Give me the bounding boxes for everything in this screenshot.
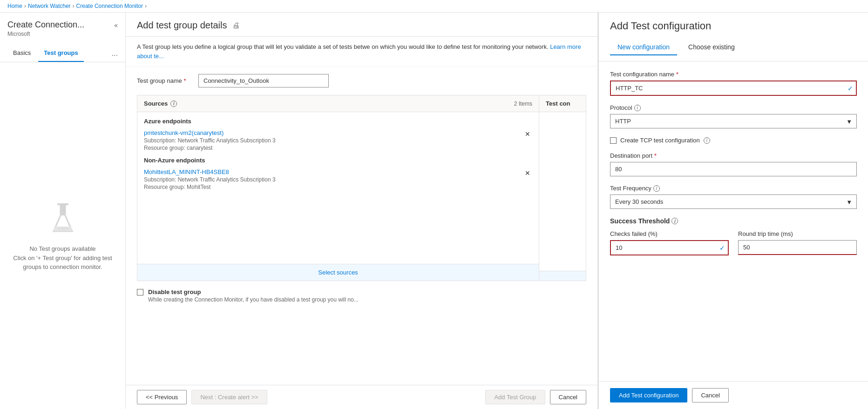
- nav-basics[interactable]: Basics: [7, 45, 36, 62]
- checks-failed-input[interactable]: [610, 240, 729, 255]
- success-threshold-title: Success Threshold i: [610, 217, 857, 225]
- previous-button[interactable]: << Previous: [137, 390, 187, 404]
- checks-failed-wrapper: ✓: [610, 240, 729, 255]
- round-trip-label: Round trip time (ms): [738, 230, 857, 237]
- sidebar: Create Connection... « Microsoft Basics …: [0, 13, 126, 409]
- sources-count: 2 Items: [514, 101, 532, 107]
- cancel-button[interactable]: Cancel: [550, 390, 586, 404]
- tab-choose-existing[interactable]: Choose existing: [681, 40, 742, 55]
- sidebar-nav: Basics Test groups ...: [0, 45, 125, 62]
- test-frequency-label: Test Frequency i: [610, 185, 857, 192]
- center-description: A Test group lets you define a logical g…: [126, 37, 597, 67]
- checks-failed-col: Checks failed (%) ✓: [610, 230, 729, 255]
- protocol-select-wrapper: HTTP TCP ICMP ▼: [610, 114, 857, 128]
- sidebar-content: No Test groups availableClick on '+ Test…: [0, 62, 125, 409]
- right-header: Add Test configuration New configuration…: [599, 13, 868, 61]
- destination-port-input[interactable]: [610, 162, 857, 176]
- test-frequency-select[interactable]: Every 30 seconds Every 1 minute Every 5 …: [610, 194, 857, 209]
- tcp-checkbox-label: Create TCP test configuration: [620, 137, 700, 144]
- tabs-row: New configuration Choose existing: [610, 40, 857, 55]
- center-panel: Add test group details 🖨 A Test group le…: [126, 13, 598, 409]
- destinations-title: Test con: [546, 100, 570, 107]
- destination-port-group: Destination port *: [610, 152, 857, 176]
- non-azure-endpoint-sub1: Subscription: Network Traffic Analytics …: [144, 176, 276, 183]
- right-body: Test configuration name * ✓ Protocol i H…: [599, 61, 868, 381]
- destinations-header: Test con: [539, 95, 586, 112]
- test-frequency-group: Test Frequency i Every 30 seconds Every …: [610, 185, 857, 209]
- config-name-input[interactable]: [610, 80, 857, 96]
- right-panel: Add Test configuration New configuration…: [598, 13, 868, 409]
- disable-checkbox[interactable]: [137, 289, 143, 295]
- sources-body: Azure endpoints pmtestchunk-vm2(canaryte…: [137, 112, 539, 264]
- round-trip-input[interactable]: [738, 240, 857, 255]
- test-group-name-label: Test group name *: [137, 77, 193, 84]
- azure-endpoint-item: pmtestchunk-vm2(canarytest) Subscription…: [144, 129, 532, 151]
- tab-new-configuration[interactable]: New configuration: [610, 40, 677, 55]
- config-name-group: Test configuration name * ✓: [610, 71, 857, 96]
- collapse-button[interactable]: «: [114, 21, 118, 29]
- azure-endpoint-sub2: Resource group: canarytest: [144, 145, 276, 151]
- right-footer: Add Test configuration Cancel: [599, 381, 868, 409]
- center-title: Add test group details: [137, 20, 227, 31]
- svg-point-2: [57, 227, 68, 230]
- non-azure-endpoint-remove[interactable]: ✕: [523, 168, 532, 178]
- beaker-icon: [44, 200, 81, 237]
- sources-footer: Select sources: [137, 264, 539, 281]
- config-name-label: Test configuration name *: [610, 71, 857, 78]
- checks-failed-label: Checks failed (%): [610, 230, 729, 237]
- test-group-name-input[interactable]: [198, 74, 329, 87]
- breadcrumb-create-connection-monitor[interactable]: Create Connection Monitor: [76, 3, 143, 9]
- protocol-info-icon: i: [634, 105, 641, 111]
- round-trip-col: Round trip time (ms): [738, 230, 857, 255]
- right-cancel-button[interactable]: Cancel: [692, 388, 728, 402]
- disable-subtext: While creating the Connection Monitor, i…: [148, 296, 359, 303]
- disable-label: Disable test group: [148, 288, 359, 295]
- destinations-footer: [539, 271, 586, 281]
- tcp-checkbox-row: Create TCP test configuration i: [610, 137, 857, 144]
- destination-port-label: Destination port *: [610, 152, 857, 159]
- print-icon[interactable]: 🖨: [232, 21, 240, 30]
- azure-endpoints-title: Azure endpoints: [144, 118, 532, 125]
- tcp-checkbox[interactable]: [610, 137, 617, 144]
- breadcrumb-network-watcher[interactable]: Network Watcher: [28, 3, 71, 9]
- protocol-label: Protocol i: [610, 104, 857, 111]
- endpoints-grid: Sources i 2 Items Azure endpoints pmtest…: [137, 95, 586, 281]
- add-test-config-button[interactable]: Add Test configuration: [610, 388, 687, 402]
- nav-test-groups[interactable]: Test groups: [38, 45, 83, 62]
- protocol-select[interactable]: HTTP TCP ICMP: [610, 114, 857, 128]
- sources-title: Sources: [144, 100, 168, 107]
- test-frequency-info-icon: i: [653, 185, 660, 192]
- protocol-group: Protocol i HTTP TCP ICMP ▼: [610, 104, 857, 128]
- breadcrumb-home[interactable]: Home: [7, 3, 22, 9]
- config-name-checkmark-icon: ✓: [848, 85, 853, 92]
- azure-endpoint-link[interactable]: pmtestchunk-vm2(canarytest): [144, 129, 224, 136]
- test-group-name-row: Test group name *: [137, 74, 586, 87]
- azure-endpoint-remove[interactable]: ✕: [523, 129, 532, 139]
- sidebar-title: Create Connection...: [7, 20, 84, 30]
- select-sources-button[interactable]: Select sources: [318, 269, 358, 276]
- center-body: Test group name * Sources i 2 Items: [126, 67, 597, 385]
- sources-header: Sources i 2 Items: [137, 95, 539, 112]
- test-frequency-select-wrapper: Every 30 seconds Every 1 minute Every 5 …: [610, 194, 857, 209]
- add-test-group-button: Add Test Group: [485, 390, 545, 404]
- breadcrumb: Home › Network Watcher › Create Connecti…: [0, 0, 868, 13]
- non-azure-endpoint-link[interactable]: MohittestLA_MININT-HB4SBE8: [144, 168, 229, 175]
- bottom-bar: << Previous Next : Create alert >> Add T…: [126, 385, 597, 409]
- next-button: Next : Create alert >>: [191, 390, 267, 404]
- tcp-info-icon: i: [704, 137, 710, 144]
- center-header: Add test group details 🖨: [126, 13, 597, 37]
- sidebar-subtitle: Microsoft: [7, 31, 118, 37]
- right-title: Add Test configuration: [610, 20, 857, 32]
- success-threshold-group: Success Threshold i Checks failed (%) ✓ …: [610, 217, 857, 255]
- azure-endpoint-sub1: Subscription: Network Traffic Analytics …: [144, 137, 276, 144]
- nav-more-dots[interactable]: ...: [112, 49, 118, 58]
- destinations-panel: Test con: [539, 95, 586, 281]
- non-azure-endpoints-title: Non-Azure endpoints: [144, 157, 532, 164]
- threshold-row: Checks failed (%) ✓ Round trip time (ms): [610, 230, 857, 255]
- disable-section: Disable test group While creating the Co…: [137, 288, 586, 303]
- config-name-input-wrapper: ✓: [610, 80, 857, 96]
- non-azure-endpoint-item: MohittestLA_MININT-HB4SBE8 Subscription:…: [144, 168, 532, 190]
- sources-info-icon: i: [170, 101, 177, 107]
- destinations-body: [539, 112, 586, 271]
- non-azure-endpoint-sub2: Resource group: MohitTest: [144, 184, 276, 190]
